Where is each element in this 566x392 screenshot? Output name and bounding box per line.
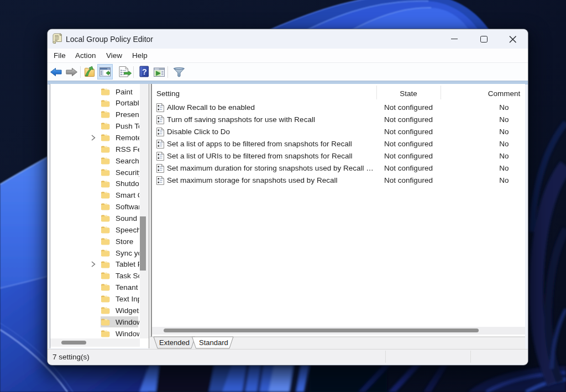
svg-text:Extended: Extended	[159, 338, 190, 347]
svg-text:Standard: Standard	[199, 338, 228, 347]
svg-text:?: ?	[142, 67, 147, 76]
